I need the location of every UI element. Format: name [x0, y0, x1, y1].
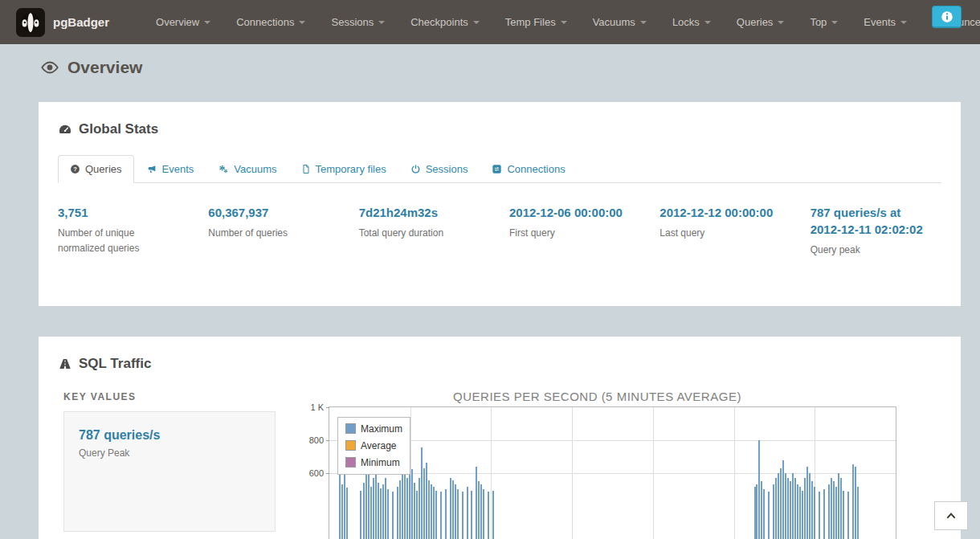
chart-column: QUERIES PER SECOND (5 MINUTES AVERAGE) 1…: [298, 390, 896, 539]
stat-value: 3,751: [58, 204, 178, 221]
chart-bar: [399, 480, 401, 539]
chart-bar: [476, 467, 477, 539]
chart-bar: [840, 478, 842, 539]
caret-down-icon: [900, 21, 907, 24]
stat-value: 60,367,937: [208, 204, 329, 221]
caret-down-icon: [204, 21, 210, 24]
tab-queries[interactable]: ?Queries: [58, 155, 134, 183]
nav-item-temp-files[interactable]: Temp Files: [492, 8, 580, 36]
tab-vacuums[interactable]: Vacuums: [206, 155, 288, 183]
chart-bar: [852, 464, 854, 539]
chart-bar: [792, 473, 794, 539]
road-icon: [58, 357, 72, 371]
chart-bar: [756, 484, 757, 539]
stat-item: 3,751Number of unique normalized queries: [58, 204, 189, 258]
chart-bar: [404, 474, 406, 539]
chart-bar: [421, 447, 423, 539]
stat-value: 7d21h24m32s: [359, 204, 480, 221]
info-button[interactable]: [932, 6, 962, 28]
chart-bar: [797, 484, 798, 539]
chart-bar: [344, 473, 345, 539]
chart-bar: [375, 469, 377, 539]
sql-traffic-card: SQL Traffic KEY VALUES 787 queries/s Que…: [39, 337, 961, 539]
chart-bar: [492, 491, 494, 539]
chart-bar: [431, 484, 432, 539]
chart-bar: [785, 473, 786, 539]
chart-bar: [462, 492, 463, 539]
chart-plot-area[interactable]: MaximumAverageMinimum: [329, 406, 896, 539]
nav-item-label: Temp Files: [505, 16, 556, 28]
chart-bar: [368, 464, 370, 539]
chart-bar: [809, 473, 811, 539]
chart-bar: [758, 440, 760, 539]
key-values-heading: KEY VALUES: [63, 391, 276, 402]
chart-bar: [811, 481, 813, 539]
global-stats-values: 3,751Number of unique normalized queries…: [58, 204, 941, 258]
y-axis-tick-label: 800: [309, 435, 324, 445]
y-axis-tick-label: 600: [309, 468, 324, 478]
chart-bar: [380, 488, 382, 539]
caret-down-icon: [299, 21, 305, 24]
chart-bar: [397, 487, 398, 539]
chart-bar: [378, 483, 379, 539]
tab-label: Events: [162, 163, 194, 175]
key-values-column: KEY VALUES 787 queries/s Query Peak: [63, 390, 276, 539]
caret-down-icon: [561, 21, 567, 24]
nav-menu: OverviewConnectionsSessionsCheckpointsTe…: [143, 8, 980, 36]
chevron-up-icon: [945, 511, 957, 521]
chart-bar: [483, 489, 484, 539]
tab-connections[interactable]: Connections: [480, 155, 577, 183]
stat-label: Query peak: [811, 243, 931, 258]
back-to-top-button[interactable]: [934, 501, 968, 530]
tab-label: Sessions: [426, 163, 468, 175]
chart-bar: [440, 492, 442, 539]
stat-value: 2012-12-12 00:00:00: [659, 204, 780, 221]
chart-bar: [814, 487, 815, 539]
chart-bar: [761, 481, 762, 539]
chart-bar: [457, 489, 459, 539]
chart-bar: [445, 489, 447, 539]
chart-bar: [478, 481, 480, 539]
chart-bar: [480, 484, 482, 539]
chart-bar: [423, 468, 425, 539]
nav-item-checkpoints[interactable]: Checkpoints: [398, 8, 492, 36]
chart-bar: [370, 487, 372, 539]
brand[interactable]: pgBadger: [16, 8, 109, 37]
page-title: Overview: [67, 58, 142, 77]
chart-bar: [363, 483, 365, 539]
legend-swatch: [345, 457, 356, 468]
caret-down-icon: [378, 21, 385, 24]
chart-bar: [471, 491, 472, 539]
nav-item-connections[interactable]: Connections: [223, 8, 318, 36]
tab-sessions[interactable]: Sessions: [398, 155, 480, 183]
chart-bar: [455, 484, 456, 539]
nav-item-sessions[interactable]: Sessions: [318, 8, 398, 36]
global-stats-tabs: ?QueriesEventsVacuumsTemporary filesSess…: [58, 155, 941, 183]
nav-item-locks[interactable]: Locks: [659, 8, 724, 36]
top-navbar: pgBadger OverviewConnectionsSessionsChec…: [0, 0, 980, 44]
chart-bar: [768, 492, 770, 539]
nav-item-label: Events: [864, 16, 896, 28]
legend-item-minimum: Minimum: [345, 457, 402, 468]
pgbadger-logo-icon: [16, 8, 45, 37]
query-peak-label: Query Peak: [79, 447, 260, 459]
chart-bar: [414, 483, 415, 539]
nav-item-overview[interactable]: Overview: [143, 8, 223, 36]
nav-item-events[interactable]: Events: [851, 8, 920, 36]
legend-swatch: [345, 440, 356, 451]
nav-item-queries[interactable]: Queries: [724, 8, 798, 36]
nav-item-top[interactable]: Top: [797, 8, 851, 36]
chart-bar: [488, 492, 489, 539]
chart-bar: [833, 481, 835, 539]
chart-bar: [804, 478, 806, 539]
legend-swatch: [345, 423, 356, 434]
tab-temporary-files[interactable]: Temporary files: [289, 155, 398, 183]
nav-item-label: Vacuums: [593, 16, 635, 28]
stat-value: 2012-12-06 00:00:00: [509, 204, 630, 221]
global-stats-card: Global Stats ?QueriesEventsVacuumsTempor…: [39, 102, 961, 306]
chart-bar: [406, 478, 408, 539]
chart-bar: [346, 488, 348, 539]
chart-bar: [450, 478, 451, 539]
nav-item-vacuums[interactable]: Vacuums: [580, 8, 659, 36]
tab-events[interactable]: Events: [134, 155, 206, 183]
